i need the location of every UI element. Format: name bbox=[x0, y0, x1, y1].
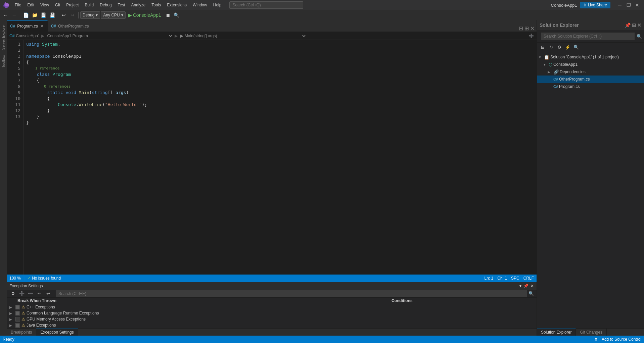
exception-panel-close-icon[interactable]: ✕ bbox=[531, 284, 534, 288]
code-content[interactable]: using System;namespace ConsoleApp1{1 ref… bbox=[24, 40, 533, 275]
tab-close-program-cs[interactable]: ✕ bbox=[40, 24, 44, 29]
se-icon-program: C# bbox=[553, 85, 558, 89]
tab-close-editor-icon[interactable]: ✕ bbox=[530, 25, 535, 32]
menu-analyze[interactable]: Analyze bbox=[129, 1, 148, 9]
exc-remove-btn[interactable]: ➖ bbox=[27, 290, 34, 297]
platform-dropdown[interactable]: Any CPU ▾ bbox=[101, 11, 125, 19]
exception-row-cpp[interactable]: ▶ ⚠ C++ Exceptions bbox=[7, 304, 537, 310]
expand-arrow-java[interactable]: ▶ bbox=[9, 324, 14, 327]
toolbar-extra-1[interactable]: ⏹ bbox=[164, 11, 172, 19]
tab-program-cs[interactable]: C# Program.cs ✕ bbox=[7, 20, 48, 32]
new-project-button[interactable]: 📄 bbox=[22, 11, 30, 19]
save-button[interactable]: 💾 bbox=[39, 11, 47, 19]
redo-button[interactable]: ↪ bbox=[68, 11, 77, 19]
code-line-12: } bbox=[26, 120, 530, 126]
se-refresh-btn[interactable]: ↻ bbox=[547, 44, 555, 51]
path-sep-1: ▶ bbox=[41, 34, 44, 38]
open-button[interactable]: 📁 bbox=[31, 11, 39, 19]
exc-edit-btn[interactable]: ✏ bbox=[36, 290, 43, 297]
se-item-program[interactable]: ▶ C# Program.cs bbox=[537, 83, 644, 90]
se-search-btn[interactable]: 🔍 bbox=[572, 44, 580, 51]
checkbox-clr[interactable] bbox=[15, 311, 20, 315]
expand-arrow-clr[interactable]: ▶ bbox=[9, 311, 14, 315]
se-tab-git-changes[interactable]: Git Changes bbox=[576, 329, 607, 336]
menu-extensions[interactable]: Extensions bbox=[164, 1, 189, 9]
zoom-level[interactable]: 100 % bbox=[9, 276, 21, 281]
toolbar-extra-2[interactable]: 🔍 bbox=[173, 11, 181, 19]
se-item-consoleapp1[interactable]: ▼ ⬡ ConsoleApp1 bbox=[537, 61, 644, 68]
se-property-btn[interactable]: ⚙ bbox=[556, 44, 563, 51]
se-close-icon[interactable]: ✕ bbox=[637, 22, 641, 28]
checkbox-cpp[interactable] bbox=[15, 305, 20, 309]
line-numbers: 12345678910111213 bbox=[7, 40, 24, 275]
exception-panel-pin-icon[interactable]: 📌 bbox=[523, 284, 528, 288]
editor-scrollbar[interactable] bbox=[533, 40, 537, 275]
menu-file[interactable]: File bbox=[12, 1, 24, 9]
line-number-7: 7 bbox=[7, 78, 20, 84]
exc-filter-btn[interactable]: ⚙ bbox=[9, 290, 17, 297]
menu-git[interactable]: Git bbox=[52, 1, 63, 9]
exception-row-gpu[interactable]: ▶ ⚠ GPU Memory Access Exceptions bbox=[7, 316, 537, 322]
title-search-input[interactable] bbox=[229, 1, 303, 9]
exception-row-clr[interactable]: ▶ ⚠ Common Language Runtime Exceptions bbox=[7, 310, 537, 316]
forward-button[interactable]: → bbox=[10, 11, 18, 19]
minimize-button[interactable]: ─ bbox=[616, 1, 624, 9]
tab-minimize-icon[interactable]: ⊟ bbox=[519, 25, 523, 32]
line-number-1: 1 bbox=[7, 41, 20, 47]
menu-window[interactable]: Window bbox=[190, 1, 210, 9]
live-share-button[interactable]: ⇧ Live Share bbox=[580, 2, 610, 8]
debug-config-dropdown[interactable]: Debug ▾ bbox=[80, 11, 100, 19]
live-share-label: Live Share bbox=[588, 3, 607, 7]
save-all-button[interactable]: 💾 bbox=[48, 11, 56, 19]
se-search-input[interactable] bbox=[541, 33, 635, 40]
menu-build[interactable]: Build bbox=[82, 1, 97, 9]
start-button[interactable]: ▶ ConsoleApp1 bbox=[126, 12, 163, 18]
restore-button[interactable]: ❐ bbox=[625, 1, 633, 9]
code-token: [] bbox=[108, 90, 116, 96]
panel-tab-exception-settings[interactable]: Exception Settings bbox=[36, 329, 78, 336]
tab-restore-icon[interactable]: ⊞ bbox=[524, 25, 529, 32]
back-button[interactable]: ← bbox=[1, 11, 9, 19]
se-filter-btn[interactable]: ⚡ bbox=[564, 44, 571, 51]
exc-add-btn[interactable]: ➕ bbox=[18, 290, 26, 297]
menu-tools[interactable]: Tools bbox=[149, 1, 164, 9]
close-button[interactable]: ✕ bbox=[633, 1, 641, 9]
code-line-1: using System; bbox=[26, 41, 530, 47]
exception-row-java[interactable]: ▶ ⚠ Java Exceptions bbox=[7, 322, 537, 328]
code-token: ; bbox=[58, 41, 60, 47]
line-number-4: 4 bbox=[7, 59, 20, 65]
add-to-source-control[interactable]: Add to Source Control bbox=[602, 337, 641, 342]
menu-debug[interactable]: Debug bbox=[97, 1, 114, 9]
undo-button[interactable]: ↩ bbox=[60, 11, 68, 19]
panel-tab-breakpoints[interactable]: Breakpoints bbox=[7, 329, 36, 336]
se-item-solution[interactable]: ▼ 📋 Solution 'ConsoleApp1' (1 of 1 proje… bbox=[537, 53, 644, 61]
sidebar-toolbox[interactable]: Toolbox bbox=[0, 52, 6, 70]
exception-panel-dropdown-icon[interactable]: ▾ bbox=[519, 284, 521, 288]
checkbox-gpu[interactable] bbox=[15, 317, 20, 322]
menu-test[interactable]: Test bbox=[115, 1, 128, 9]
se-collapse-btn[interactable]: ⊟ bbox=[539, 44, 546, 51]
code-line-7: static void Main(string[] args) bbox=[26, 90, 530, 96]
separator-3 bbox=[78, 12, 79, 18]
se-item-otherprogram[interactable]: ▶ C# OtherProgram.cs bbox=[537, 76, 644, 83]
expand-arrow-cpp[interactable]: ▶ bbox=[9, 305, 14, 309]
menu-view[interactable]: View bbox=[38, 1, 52, 9]
exception-search-input[interactable] bbox=[56, 290, 527, 297]
se-expand-icon[interactable]: ⊞ bbox=[632, 22, 636, 28]
se-item-dependencies[interactable]: ▶ 🔗 Dependencies bbox=[537, 68, 644, 76]
add-line-icon[interactable]: ➕ bbox=[529, 34, 534, 38]
app-logo bbox=[3, 2, 9, 8]
expand-arrow-gpu[interactable]: ▶ bbox=[9, 317, 14, 321]
tab-other-program-cs[interactable]: C# OtherProgram.cs bbox=[48, 20, 93, 32]
sidebar-server-explorer[interactable]: Server Explorer bbox=[0, 21, 6, 52]
checkbox-java[interactable] bbox=[15, 323, 20, 328]
menu-project[interactable]: Project bbox=[63, 1, 81, 9]
se-tab-solution-explorer[interactable]: Solution Explorer bbox=[537, 329, 576, 336]
se-search-icon[interactable]: 🔍 bbox=[637, 34, 642, 39]
menu-edit[interactable]: Edit bbox=[25, 1, 37, 9]
method-select[interactable]: ▶ Main(string[] args) bbox=[179, 33, 307, 39]
class-select[interactable]: ConsoleApp1.Program bbox=[46, 33, 173, 39]
exc-restore-btn[interactable]: ↩ bbox=[44, 290, 52, 297]
menu-help[interactable]: Help bbox=[211, 1, 224, 9]
se-pin-icon[interactable]: 📌 bbox=[625, 22, 631, 28]
